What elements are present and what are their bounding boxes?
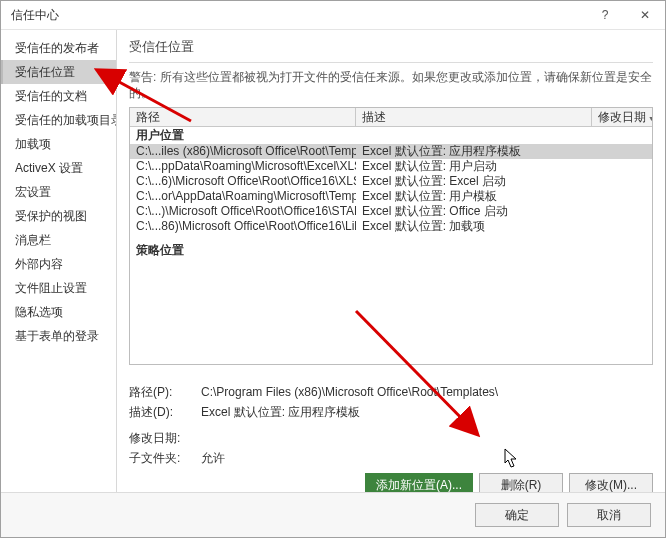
table-row[interactable]: C:\...or\AppData\Roaming\Microsoft\Templ…: [130, 189, 652, 204]
sidebar-item-addins[interactable]: 加载项: [1, 132, 116, 156]
sort-indicator-icon: ▼: [648, 115, 652, 122]
detail-desc-value: Excel 默认位置: 应用程序模板: [201, 403, 653, 421]
detail-desc-label: 描述(D):: [129, 403, 201, 421]
table-body[interactable]: 用户位置 C:\...iles (x86)\Microsoft Office\R…: [130, 127, 652, 364]
table-header: 路径 描述 修改日期▼: [130, 108, 652, 127]
window-controls: ? ✕: [585, 1, 665, 29]
body: 受信任的发布者 受信任位置 受信任的文档 受信任的加载项目录 加载项 Activ…: [1, 30, 665, 492]
locations-table: 路径 描述 修改日期▼ 用户位置 C:\...iles (x86)\Micros…: [129, 107, 653, 365]
cell-path: C:\...ppData\Roaming\Microsoft\Excel\XLS…: [130, 159, 356, 174]
cell-path: C:\...or\AppData\Roaming\Microsoft\Templ…: [130, 189, 356, 204]
cell-desc: Excel 默认位置: 加载项: [356, 219, 592, 234]
sidebar-item-trusted-documents[interactable]: 受信任的文档: [1, 84, 116, 108]
sidebar-item-macros[interactable]: 宏设置: [1, 180, 116, 204]
sidebar-item-message-bar[interactable]: 消息栏: [1, 228, 116, 252]
ok-button[interactable]: 确定: [475, 503, 559, 527]
column-header-desc[interactable]: 描述: [356, 108, 592, 126]
table-row[interactable]: C:\...)\Microsoft Office\Root\Office16\S…: [130, 204, 652, 219]
column-header-path[interactable]: 路径: [130, 108, 356, 126]
sidebar-item-external-content[interactable]: 外部内容: [1, 252, 116, 276]
cell-desc: Excel 默认位置: 用户模板: [356, 189, 592, 204]
sidebar: 受信任的发布者 受信任位置 受信任的文档 受信任的加载项目录 加载项 Activ…: [1, 30, 117, 492]
cell-desc: Excel 默认位置: 应用程序模板: [356, 144, 592, 159]
detail-path-value: C:\Program Files (x86)\Microsoft Office\…: [201, 383, 653, 401]
location-details: 路径(P): C:\Program Files (x86)\Microsoft …: [129, 383, 653, 469]
cell-path: C:\...6)\Microsoft Office\Root\Office16\…: [130, 174, 356, 189]
panel-warning: 警告: 所有这些位置都被视为打开文件的受信任来源。如果您更改或添加位置，请确保新…: [129, 69, 653, 101]
modify-location-button[interactable]: 修改(M)...: [569, 473, 653, 492]
cell-path: C:\...)\Microsoft Office\Root\Office16\S…: [130, 204, 356, 219]
window-title: 信任中心: [11, 7, 59, 24]
detail-path-label: 路径(P):: [129, 383, 201, 401]
cell-date: [592, 174, 652, 189]
sidebar-item-form-login[interactable]: 基于表单的登录: [1, 324, 116, 348]
close-icon[interactable]: ✕: [625, 1, 665, 29]
sidebar-item-trusted-addin-catalogs[interactable]: 受信任的加载项目录: [1, 108, 116, 132]
titlebar: 信任中心 ? ✕: [1, 1, 665, 30]
cancel-button[interactable]: 取消: [567, 503, 651, 527]
cell-date: [592, 144, 652, 159]
detail-subfolders-value: 允许: [201, 449, 653, 467]
main-panel: 受信任位置 警告: 所有这些位置都被视为打开文件的受信任来源。如果您更改或添加位…: [117, 30, 665, 492]
location-actions: 添加新位置(A)... 删除(R) 修改(M)...: [129, 473, 653, 492]
table-row[interactable]: C:\...ppData\Roaming\Microsoft\Excel\XLS…: [130, 159, 652, 174]
sidebar-item-trusted-locations[interactable]: 受信任位置: [1, 60, 116, 84]
group-user-locations: 用户位置: [130, 127, 652, 144]
detail-date-value: [201, 429, 653, 447]
table-row[interactable]: C:\...6)\Microsoft Office\Root\Office16\…: [130, 174, 652, 189]
sidebar-item-file-block[interactable]: 文件阻止设置: [1, 276, 116, 300]
cell-desc: Excel 默认位置: Excel 启动: [356, 174, 592, 189]
table-row[interactable]: C:\...iles (x86)\Microsoft Office\Root\T…: [130, 144, 652, 159]
trust-center-dialog: 信任中心 ? ✕ 受信任的发布者 受信任位置 受信任的文档 受信任的加载项目录 …: [0, 0, 666, 538]
detail-subfolders-label: 子文件夹:: [129, 449, 201, 467]
column-header-date-label: 修改日期: [598, 110, 646, 124]
sidebar-item-activex[interactable]: ActiveX 设置: [1, 156, 116, 180]
cell-desc: Excel 默认位置: 用户启动: [356, 159, 592, 174]
remove-location-button[interactable]: 删除(R): [479, 473, 563, 492]
detail-date-label: 修改日期:: [129, 429, 201, 447]
cell-desc: Excel 默认位置: Office 启动: [356, 204, 592, 219]
group-policy-locations: 策略位置: [130, 242, 652, 259]
panel-title: 受信任位置: [129, 36, 653, 63]
cell-path: C:\...iles (x86)\Microsoft Office\Root\T…: [130, 144, 356, 159]
dialog-footer: 确定 取消: [1, 492, 665, 537]
table-row[interactable]: C:\...86)\Microsoft Office\Root\Office16…: [130, 219, 652, 234]
cell-date: [592, 204, 652, 219]
add-location-button[interactable]: 添加新位置(A)...: [365, 473, 473, 492]
sidebar-item-trusted-publishers[interactable]: 受信任的发布者: [1, 36, 116, 60]
cell-path: C:\...86)\Microsoft Office\Root\Office16…: [130, 219, 356, 234]
cell-date: [592, 189, 652, 204]
cell-date: [592, 219, 652, 234]
help-icon[interactable]: ?: [585, 1, 625, 29]
cell-date: [592, 159, 652, 174]
sidebar-item-protected-view[interactable]: 受保护的视图: [1, 204, 116, 228]
column-header-date[interactable]: 修改日期▼: [592, 108, 652, 126]
sidebar-item-privacy[interactable]: 隐私选项: [1, 300, 116, 324]
